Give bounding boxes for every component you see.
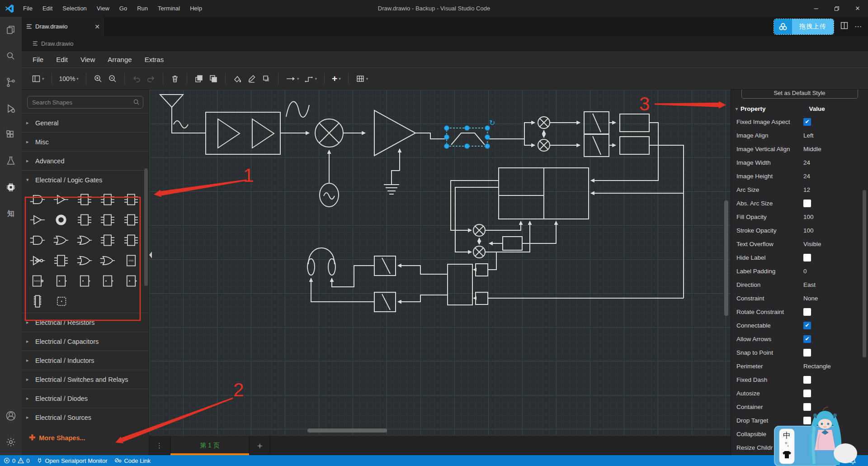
vscode-menu-terminal[interactable]: Terminal [154, 3, 184, 14]
property-row-arc-size[interactable]: Arc Size12 [731, 183, 868, 196]
property-row-stroke-opacity[interactable]: Stroke Opacity100 [731, 223, 868, 237]
section-electrical-resistors[interactable]: ▸Electrical / Resistors [22, 313, 149, 332]
drawio-canvas[interactable]: ↻ [149, 90, 731, 435]
vscode-menu-selection[interactable]: Selection [58, 3, 90, 14]
property-value[interactable]: 24 [803, 173, 810, 180]
property-header[interactable]: ▾ Property Value [731, 102, 868, 115]
more-actions-icon[interactable]: ⋯ [854, 22, 862, 31]
shape-and-box[interactable]: AND [121, 252, 142, 269]
property-value[interactable]: 100 [803, 227, 814, 234]
add-page-button[interactable]: ＋ [250, 436, 270, 455]
tab-draw-drawio[interactable]: Draw.drawio ✕ [22, 17, 105, 36]
view-panels-button[interactable]: ▾ [29, 72, 47, 86]
zoom-level-dropdown[interactable]: 100%▾ [57, 73, 81, 85]
more-shapes-button[interactable]: ✚ More Shapes... [29, 433, 149, 442]
restore-button[interactable] [826, 0, 847, 17]
checkbox-fixed-image-aspect[interactable]: ✔ [803, 118, 811, 126]
shape-dot-box[interactable] [97, 272, 118, 290]
checkbox-drop-target[interactable] [803, 417, 811, 424]
shape-ic-block[interactable] [121, 232, 142, 249]
property-row-image-align[interactable]: Image AlignLeft [731, 128, 868, 142]
shape-ic-block[interactable] [97, 211, 118, 228]
page-tab-1[interactable]: 第 1 页 [170, 436, 250, 455]
shape-or-gate[interactable] [51, 232, 71, 249]
settings-gear-icon[interactable] [0, 429, 22, 455]
checkbox-allow-arrows[interactable]: ✔ [803, 335, 811, 343]
drawio-menu-arrange[interactable]: Arrange [103, 54, 136, 65]
shape-dot-box[interactable] [51, 272, 71, 290]
section-misc[interactable]: ▸Misc [22, 132, 149, 151]
property-row-fixed-image-aspect[interactable]: Fixed Image Aspect✔ [731, 115, 868, 128]
canvas-horizontal-scrollbar[interactable] [307, 428, 387, 433]
section-electrical-sources[interactable]: ▸Electrical / Sources [22, 408, 149, 427]
property-row-drop-target[interactable]: Drop Target [731, 414, 868, 427]
waypoint-style-button[interactable]: ▾ [302, 72, 320, 86]
format-panel-scrollbar[interactable] [863, 190, 866, 357]
search-shapes-input[interactable] [27, 96, 143, 109]
shape-ic-block[interactable] [121, 211, 142, 228]
set-default-style-button[interactable]: Set as Default Style [741, 90, 858, 99]
checkbox-collapsible[interactable] [803, 430, 811, 438]
shape-ic-block[interactable] [51, 252, 71, 269]
section-electrical-switches-and-relays[interactable]: ▸Electrical / Switches and Relays [22, 370, 149, 389]
section-electrical-inductors[interactable]: ▸Electrical / Inductors [22, 351, 149, 370]
section-electrical-diodes[interactable]: ▸Electrical / Diodes [22, 389, 149, 408]
shape-or-gate[interactable] [97, 252, 118, 269]
vscode-menu-edit[interactable]: Edit [38, 3, 57, 14]
checkbox-container[interactable] [803, 403, 811, 411]
vscode-menu-view[interactable]: View [93, 3, 113, 14]
property-value[interactable]: Rectangle [803, 363, 831, 370]
property-value[interactable]: East [803, 281, 816, 288]
property-row-collapsible[interactable]: Collapsible [731, 427, 868, 441]
connection-style-button[interactable]: ▾ [283, 72, 302, 86]
property-row-perimeter[interactable]: PerimeterRectangle [731, 359, 868, 373]
pages-menu-icon[interactable]: ⋮ [149, 436, 170, 455]
property-row-abs-arc-size[interactable]: Abs. Arc Size [731, 196, 868, 210]
property-row-connectable[interactable]: Connectable✔ [731, 319, 868, 332]
checkbox-abs-arc-size[interactable] [803, 200, 811, 207]
split-editor-icon[interactable] [840, 22, 848, 31]
property-value[interactable]: 0 [803, 268, 807, 275]
checkbox-snap-to-point[interactable] [803, 349, 811, 357]
checkbox-hide-label[interactable] [803, 254, 811, 262]
drag-upload-button[interactable]: 拖拽上传 [774, 19, 834, 35]
drawio-menu-extras[interactable]: Extras [140, 54, 169, 65]
property-row-image-vertical-align[interactable]: Image Vertical AlignMiddle [731, 142, 868, 156]
property-value[interactable]: Left [803, 132, 814, 139]
checkbox-connectable[interactable]: ✔ [803, 322, 811, 329]
shape-and-gate[interactable] [27, 191, 48, 208]
shape-or-gate[interactable] [74, 232, 95, 249]
shape-nand-box[interactable]: NAND [27, 272, 48, 290]
property-row-allow-arrows[interactable]: Allow Arrows✔ [731, 332, 868, 346]
property-row-autosize[interactable]: Autosize [731, 386, 868, 400]
property-row-direction[interactable]: DirectionEast [731, 278, 868, 291]
shape-ic-block[interactable] [97, 191, 118, 208]
line-color-button[interactable] [245, 72, 259, 86]
problems-indicator[interactable]: 0 0 [0, 455, 33, 466]
serialport-monitor-button[interactable]: Open Serialport Monitor [33, 455, 111, 466]
property-row-container[interactable]: Container [731, 400, 868, 414]
checkbox-fixed-dash[interactable] [803, 376, 811, 384]
fill-color-button[interactable] [230, 72, 245, 86]
minimize-button[interactable]: ─ [806, 0, 826, 17]
section-general[interactable]: ▸General [22, 113, 149, 132]
undo-button[interactable] [129, 72, 144, 86]
test-flask-icon[interactable] [0, 148, 22, 174]
shape-ic-block[interactable] [74, 211, 95, 228]
vscode-menu-go[interactable]: Go [115, 3, 131, 14]
shape-ic-block[interactable] [121, 191, 142, 208]
shape-ring[interactable] [51, 211, 71, 228]
checkbox-rotate-constraint[interactable] [803, 308, 811, 316]
shapes-panel-scrollbar[interactable] [144, 168, 148, 286]
vscode-menu-file[interactable]: File [19, 3, 37, 14]
shape-dot-box[interactable] [74, 272, 95, 290]
property-row-hide-label[interactable]: Hide Label [731, 251, 868, 264]
selected-shape[interactable]: ↻ [444, 119, 495, 149]
extensions-icon[interactable] [0, 122, 22, 148]
zoom-in-button[interactable] [91, 72, 105, 86]
shape-ic-block[interactable] [97, 232, 118, 249]
shape-dot-box[interactable] [121, 272, 142, 290]
property-row-image-height[interactable]: Image Height24 [731, 169, 868, 183]
shape-buffer-gate[interactable] [51, 191, 71, 208]
shape-and-gate[interactable] [27, 232, 48, 249]
